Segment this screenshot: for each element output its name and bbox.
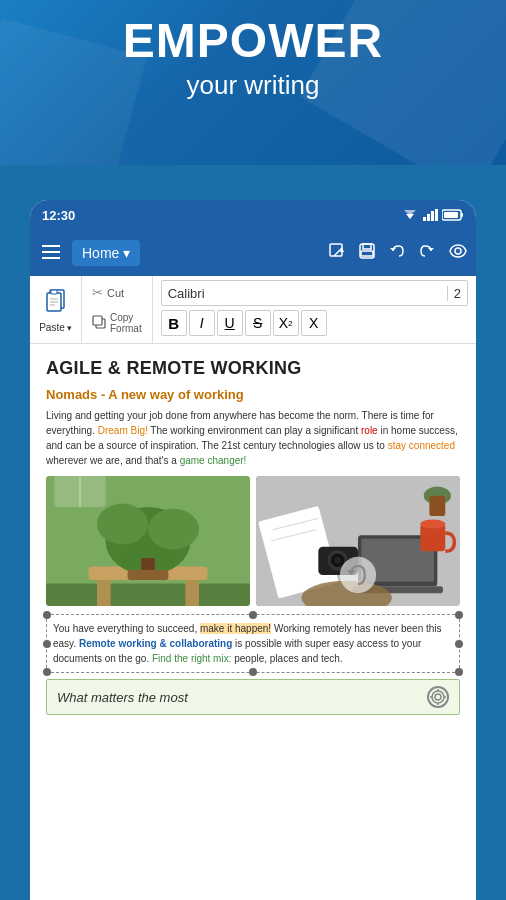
dropdown-arrow: ▾ bbox=[123, 245, 130, 261]
selection-handle-bm[interactable] bbox=[249, 668, 257, 676]
status-time: 12:30 bbox=[42, 208, 75, 223]
cut-button[interactable]: ✂ Cut bbox=[88, 283, 146, 302]
copy-format-button[interactable]: CopyFormat bbox=[88, 310, 146, 336]
status-icons bbox=[402, 209, 464, 221]
selection-handle-tr[interactable] bbox=[455, 611, 463, 619]
font-name[interactable]: Calibri bbox=[162, 286, 447, 301]
game-changer-text: game changer! bbox=[180, 455, 247, 466]
font-size[interactable]: 2 bbox=[447, 286, 467, 301]
selection-handle-tl[interactable] bbox=[43, 611, 51, 619]
format-bar: Paste ▾ ✂ Cut CopyFormat bbox=[30, 276, 476, 344]
svg-rect-33 bbox=[185, 580, 199, 606]
copy-format-label: CopyFormat bbox=[110, 312, 142, 334]
svg-rect-7 bbox=[444, 212, 458, 218]
svg-marker-1 bbox=[404, 210, 416, 216]
svg-point-52 bbox=[334, 557, 341, 564]
home-label: Home bbox=[82, 245, 119, 261]
more-format-button[interactable]: X bbox=[301, 310, 327, 336]
wifi-icon bbox=[402, 209, 418, 221]
what-matters-icon[interactable] bbox=[427, 686, 449, 708]
hero-title: EMPOWER bbox=[0, 15, 506, 68]
svg-rect-38 bbox=[128, 570, 169, 580]
signal-icon bbox=[422, 209, 438, 221]
undo-icon[interactable] bbox=[388, 242, 406, 264]
svg-rect-11 bbox=[42, 257, 60, 259]
cut-copy-section: ✂ Cut CopyFormat bbox=[82, 276, 153, 343]
body-text-2: You have everything to succeed, make it … bbox=[53, 623, 442, 664]
svg-rect-16 bbox=[363, 244, 371, 249]
svg-rect-59 bbox=[429, 496, 445, 516]
left-image bbox=[46, 476, 250, 606]
font-row: Calibri 2 bbox=[161, 280, 468, 306]
home-dropdown-button[interactable]: Home ▾ bbox=[72, 240, 140, 266]
format-buttons: B I U S X2 X bbox=[161, 310, 468, 336]
menu-icon[interactable] bbox=[38, 239, 64, 268]
svg-point-56 bbox=[340, 557, 376, 593]
selection-handle-mr[interactable] bbox=[455, 640, 463, 648]
underline-button[interactable]: U bbox=[217, 310, 243, 336]
svg-rect-32 bbox=[97, 580, 111, 606]
strikethrough-button[interactable]: S bbox=[245, 310, 271, 336]
hamburger-svg bbox=[42, 245, 60, 259]
document-area: AGILE & REMOTE WORKING Nomads - A new wa… bbox=[30, 344, 476, 900]
remote-working-text: Remote working & collaborating bbox=[79, 638, 232, 649]
subscript-button[interactable]: X2 bbox=[273, 310, 299, 336]
toolbar-action-icons bbox=[328, 242, 468, 264]
status-bar: 12:30 bbox=[30, 200, 476, 230]
selection-box: You have everything to succeed, make it … bbox=[46, 614, 460, 673]
svg-rect-17 bbox=[361, 251, 373, 256]
paste-section[interactable]: Paste ▾ bbox=[30, 276, 82, 343]
hero-section: EMPOWER your writing bbox=[0, 15, 506, 101]
font-format-section: Calibri 2 B I U S X2 X bbox=[153, 276, 476, 343]
edit-icon[interactable] bbox=[328, 242, 346, 264]
svg-point-35 bbox=[97, 504, 148, 545]
highlighted-text: make it happen! bbox=[200, 623, 271, 634]
what-matters-section: What matters the most bbox=[46, 679, 460, 715]
svg-rect-2 bbox=[423, 217, 426, 221]
svg-rect-8 bbox=[461, 213, 463, 217]
selection-handle-tm[interactable] bbox=[249, 611, 257, 619]
svg-rect-3 bbox=[427, 214, 430, 221]
svg-point-61 bbox=[435, 694, 441, 700]
copy-icon bbox=[92, 315, 106, 332]
svg-point-55 bbox=[420, 519, 445, 528]
what-matters-label: What matters the most bbox=[57, 690, 188, 705]
hero-subtitle: your writing bbox=[0, 70, 506, 101]
svg-point-60 bbox=[432, 691, 444, 703]
selection-handle-ml[interactable] bbox=[43, 640, 51, 648]
svg-rect-28 bbox=[93, 316, 102, 325]
phone-mockup: 12:30 bbox=[30, 200, 476, 900]
svg-marker-19 bbox=[428, 248, 434, 251]
bold-button[interactable]: B bbox=[161, 310, 187, 336]
stay-connected-text: stay connected bbox=[388, 440, 455, 451]
images-row: ⟳ bbox=[46, 476, 460, 606]
svg-marker-18 bbox=[390, 248, 396, 251]
find-right-mix-text: Find the right mix: bbox=[152, 653, 231, 664]
svg-rect-23 bbox=[51, 290, 57, 294]
battery-icon bbox=[442, 209, 464, 221]
selection-handle-bl[interactable] bbox=[43, 668, 51, 676]
scissors-icon: ✂ bbox=[92, 285, 103, 300]
italic-button[interactable]: I bbox=[189, 310, 215, 336]
document-body-1: Living and getting your job done from an… bbox=[46, 408, 460, 468]
dream-big-text: Dream Big! bbox=[98, 425, 148, 436]
save-icon[interactable] bbox=[358, 242, 376, 264]
svg-point-36 bbox=[148, 509, 199, 550]
svg-rect-9 bbox=[42, 245, 60, 247]
right-image: ⟳ bbox=[256, 476, 460, 606]
reader-icon[interactable] bbox=[448, 242, 468, 264]
role-text: role bbox=[361, 425, 378, 436]
svg-rect-5 bbox=[435, 209, 438, 221]
selection-handle-br[interactable] bbox=[455, 668, 463, 676]
svg-rect-30 bbox=[46, 584, 250, 607]
paste-label[interactable]: Paste ▾ bbox=[39, 322, 72, 333]
svg-rect-4 bbox=[431, 211, 434, 221]
document-title: AGILE & REMOTE WORKING bbox=[46, 358, 460, 379]
redo-icon[interactable] bbox=[418, 242, 436, 264]
svg-point-20 bbox=[455, 248, 461, 254]
paste-icon bbox=[44, 286, 68, 320]
svg-rect-10 bbox=[42, 251, 60, 253]
document-subtitle: Nomads - A new way of working bbox=[46, 387, 460, 402]
app-toolbar: Home ▾ bbox=[30, 230, 476, 276]
